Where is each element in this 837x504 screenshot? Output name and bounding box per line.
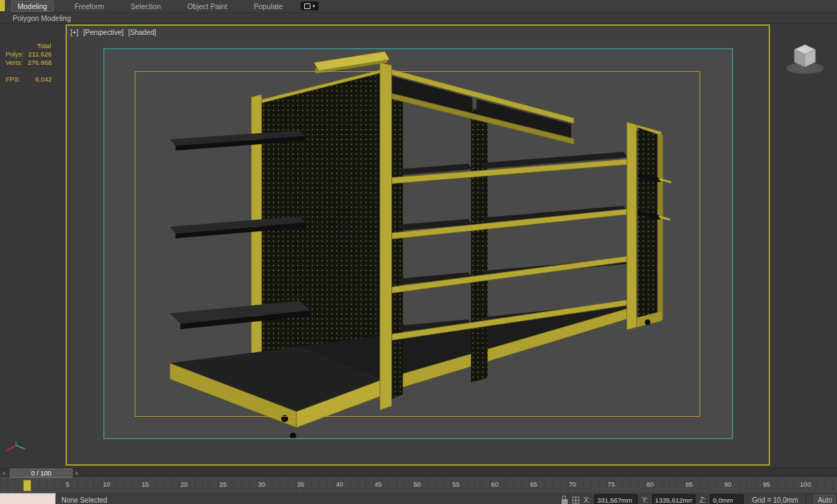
chevron-down-icon: ▾: [312, 3, 315, 8]
panel-polygon-modeling[interactable]: Polygon Modeling: [13, 14, 70, 22]
trackbar-ticks: 5101520253035404550556065707580859095100: [57, 480, 816, 488]
ribbon-panel-row: Polygon Modeling: [0, 13, 837, 24]
stats-polys-value: 211.626: [28, 50, 52, 59]
stats-verts-label: Verts:: [6, 59, 22, 67]
world-axis-icon: [4, 441, 27, 457]
stats-verts-value: 276.868: [28, 59, 52, 67]
stats-total-header: Total: [6, 42, 52, 50]
ribbon-display-menu-button[interactable]: ▾: [301, 1, 319, 10]
timeline-tick: 90: [717, 480, 738, 488]
timeline-tick: 45: [368, 480, 389, 488]
timeline-tick: 60: [484, 480, 505, 488]
timeline-tick: 85: [679, 480, 700, 488]
ribbon-tabs: Modeling Freeform Selection Object Paint…: [11, 1, 288, 12]
tab-modeling[interactable]: Modeling: [11, 1, 54, 12]
y-coordinate-field[interactable]: [652, 494, 695, 504]
timeline-tick: 10: [96, 480, 117, 488]
timeline-tick: 25: [213, 480, 234, 488]
viewport-shading-menu[interactable]: [Shaded]: [128, 29, 156, 36]
timeline-tick: 35: [290, 480, 311, 488]
track-bar[interactable]: 5101520253035404550556065707580859095100: [0, 478, 837, 491]
tab-populate[interactable]: Populate: [248, 1, 288, 11]
timeline-tick: 75: [601, 480, 621, 488]
time-slider-track[interactable]: [81, 468, 837, 478]
3dsmax-window: Modeling Freeform Selection Object Paint…: [0, 0, 837, 504]
monitor-icon: [304, 3, 310, 9]
workspace: Total Polys: 211.626 Verts: 276.868 FPS:…: [0, 24, 837, 468]
tab-freeform[interactable]: Freeform: [69, 1, 110, 11]
selection-status: None Selected: [61, 496, 107, 504]
status-bar: None Selected X: Y: Z: Grid = 10,0mm Aut…: [0, 491, 837, 504]
timeline-tick: 40: [329, 480, 350, 488]
viewport-canvas[interactable]: [67, 26, 769, 464]
timeline-tick: 15: [135, 480, 156, 488]
viewport-statistics: Total Polys: 211.626 Verts: 276.868 FPS:…: [6, 42, 52, 84]
stats-fps-value: 6,042: [35, 75, 52, 84]
viewport-general-menu[interactable]: [+]: [70, 29, 78, 36]
maxscript-mini-listener[interactable]: [0, 493, 56, 504]
stats-polys-label: Polys:: [6, 50, 24, 59]
timeline-tick: 80: [640, 480, 661, 488]
stats-fps-label: FPS:: [6, 75, 20, 84]
timeline-tick: 5: [57, 480, 78, 488]
timeline-tick: 20: [174, 480, 195, 488]
grid-spacing-info: Grid = 10,0mm: [752, 496, 798, 504]
timeline-tick: 95: [756, 480, 777, 488]
viewport-pov-menu[interactable]: [Perspective]: [83, 29, 123, 36]
z-coordinate-field[interactable]: [710, 494, 744, 504]
x-coordinate-label: X:: [584, 496, 590, 504]
perspective-viewport[interactable]: [+] [Perspective] [Shaded]: [66, 24, 770, 466]
timeline-tick: 70: [562, 480, 583, 488]
ribbon-corner-accent: [0, 0, 5, 11]
statusbar-separator: [806, 495, 806, 504]
y-coordinate-label: Y:: [642, 496, 648, 504]
viewport-label: [+] [Perspective] [Shaded]: [70, 29, 159, 36]
ribbon-tab-bar: Modeling Freeform Selection Object Paint…: [0, 0, 837, 13]
viewcube[interactable]: [781, 36, 829, 78]
tab-object-paint[interactable]: Object Paint: [181, 1, 232, 11]
coordinate-display: X: Y: Z: Grid = 10,0mm Auto: [561, 494, 837, 504]
timeline-tick: 55: [446, 480, 467, 488]
selection-lock-icon[interactable]: [561, 499, 568, 504]
tab-selection[interactable]: Selection: [125, 1, 166, 11]
next-frame-button[interactable]: >: [73, 470, 81, 477]
time-slider-handle[interactable]: 0 / 100: [10, 468, 73, 478]
timeline-tick: 100: [795, 480, 816, 488]
time-slider[interactable]: < 0 / 100 >: [0, 468, 837, 478]
current-frame-marker[interactable]: [23, 480, 31, 491]
timeline-tick: 30: [251, 480, 272, 488]
timeline-tick: 50: [407, 480, 428, 488]
previous-frame-button[interactable]: <: [0, 470, 8, 477]
timeline-tick: 65: [523, 480, 544, 488]
auto-key-button[interactable]: Auto: [814, 495, 836, 504]
transform-gizmo-icon[interactable]: [572, 496, 580, 504]
z-coordinate-label: Z:: [700, 496, 706, 504]
x-coordinate-field[interactable]: [594, 494, 638, 504]
